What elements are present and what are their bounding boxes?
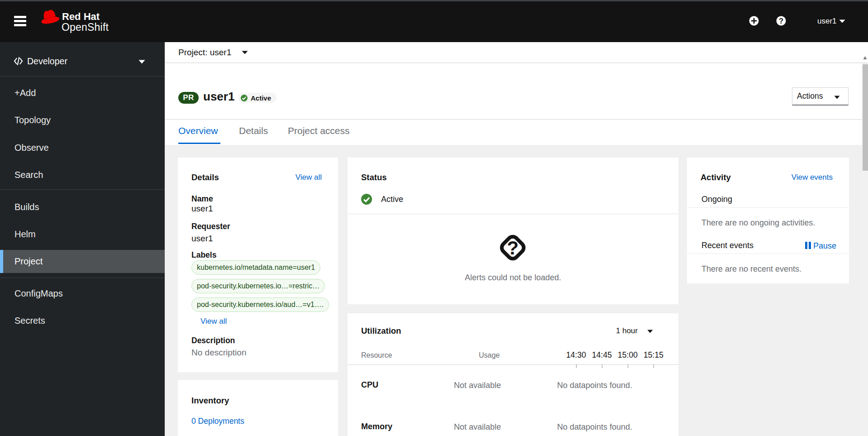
svg-text:?: ? bbox=[507, 237, 519, 259]
svg-text:?: ? bbox=[779, 17, 783, 25]
